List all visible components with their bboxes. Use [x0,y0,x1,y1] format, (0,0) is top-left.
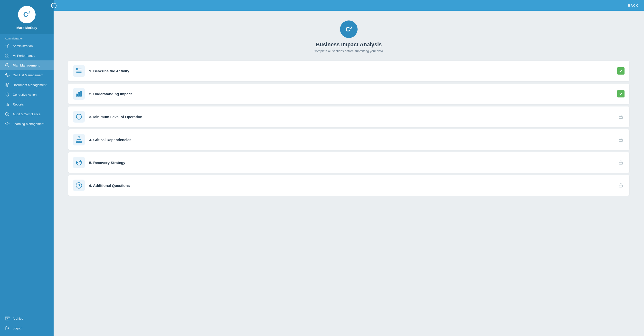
sidebar-item-archive[interactable]: Archive [0,314,54,323]
section-status-6 [617,182,624,189]
sidebar-username: Marc McStay [16,26,37,30]
svg-marker-6 [6,64,8,66]
sidebar-item-plan-management-label: Plan Management [13,64,40,67]
topbar: BACK [54,0,644,11]
svg-rect-33 [619,139,622,141]
svg-point-39 [76,182,82,188]
page-title: Business Impact Analysis [316,42,382,48]
content-area: C2 Business Impact Analysis Complete all… [54,11,644,336]
section-card-5[interactable]: 5. Recovery Strategy [68,152,630,173]
cap-icon [5,121,10,126]
section-label-6: 6. Additional Questions [89,184,613,188]
svg-rect-14 [76,68,78,70]
back-button[interactable]: BACK [628,4,638,7]
shield-icon [5,92,10,97]
sidebar-item-learning-management[interactable]: Learning Management [0,119,54,129]
sidebar-item-document-management-label: Document Management [13,83,46,87]
sidebar-item-document-management[interactable]: Document Management [0,80,54,90]
page-logo-text: C2 [346,26,352,32]
sidebar-item-plan-management[interactable]: Plan Management [0,60,54,70]
sidebar-item-mi-performance-label: MI Performance [13,54,35,58]
nav-section-label: Administration [0,34,54,41]
sidebar-item-learning-management-label: Learning Management [13,122,44,126]
section-label-2: 2. Understanding Impact [89,92,613,96]
svg-line-35 [79,162,80,163]
section-icon-impact [73,88,85,100]
page-subtitle: Complete all sections before submitting … [314,49,384,53]
sidebar-item-corrective-action[interactable]: Corrective Action [0,90,54,100]
svg-point-5 [6,64,9,67]
section-label-1: 1. Describe the Activity [89,69,613,73]
section-icon-minimum [73,111,85,122]
sidebar-item-call-list-label: Call List Management [13,73,43,77]
svg-point-36 [80,161,80,162]
section-card-3[interactable]: 3. Minimum Level of Operation [68,106,630,127]
section-icon-describe [73,65,85,77]
section-status-5 [617,159,624,166]
svg-marker-7 [6,83,9,85]
svg-rect-19 [76,94,78,96]
svg-rect-1 [6,54,7,55]
svg-rect-24 [78,137,80,138]
gear-icon [5,43,10,48]
sidebar-item-mi-performance[interactable]: MI Performance [0,51,54,60]
bar-chart-icon [5,102,10,107]
sidebar: ‹ C2 Marc McStay Administration Administ… [0,0,54,336]
section-card-4[interactable]: 4. Critical Dependencies [68,130,630,150]
svg-rect-23 [619,116,622,118]
page-header: C2 Business Impact Analysis Complete all… [68,20,630,53]
sidebar-item-call-list[interactable]: Call List Management [0,70,54,80]
section-card-1[interactable]: 1. Describe the Activity [68,61,630,81]
svg-line-37 [78,163,79,163]
page-logo: C2 [340,20,358,38]
svg-rect-21 [80,91,82,96]
section-status-4 [617,136,624,143]
section-label-3: 3. Minimum Level of Operation [89,115,613,119]
svg-rect-11 [5,317,10,318]
main-content: BACK C2 Business Impact Analysis Complet… [54,0,644,336]
section-status-3 [617,113,624,120]
section-label-4: 4. Critical Dependencies [89,138,613,142]
section-card-6[interactable]: 6. Additional Questions [68,175,630,196]
svg-rect-38 [619,162,622,164]
svg-rect-20 [78,92,80,96]
sidebar-item-audit-compliance-label: Audit & Compliance [13,112,40,116]
svg-rect-2 [8,54,9,55]
svg-rect-3 [6,56,7,57]
phone-icon [5,72,10,78]
svg-point-0 [7,45,8,46]
section-status-2 [617,90,624,98]
section-label-5: 5. Recovery Strategy [89,160,613,165]
collapse-button[interactable]: ‹ [51,3,56,8]
logout-icon [5,326,10,331]
sidebar-item-corrective-action-label: Corrective Action [13,93,36,96]
svg-rect-25 [76,141,78,142]
sidebar-item-reports[interactable]: Reports [0,100,54,109]
sidebar-header: C2 Marc McStay [0,0,54,34]
grid-icon [5,53,10,58]
section-icon-recovery [73,157,85,168]
compass-icon [5,63,10,68]
layers-icon [5,82,10,87]
sidebar-item-logout-label: Logout [13,326,22,330]
sidebar-logo-text: C2 [23,11,30,18]
section-icon-dependencies [73,134,85,146]
sidebar-logo: C2 [18,6,36,24]
sidebar-item-logout[interactable]: Logout [0,323,54,333]
section-card-2[interactable]: 2. Understanding Impact [68,84,630,104]
svg-rect-26 [78,141,80,142]
svg-rect-27 [80,141,82,142]
section-icon-additional [73,180,85,191]
svg-rect-41 [619,185,622,187]
sidebar-item-audit-compliance[interactable]: Audit & Compliance [0,109,54,119]
svg-rect-4 [8,56,9,57]
sidebar-footer: Archive Logout [0,314,54,336]
sidebar-item-reports-label: Reports [13,102,24,106]
section-status-1 [617,67,624,74]
sidebar-item-archive-label: Archive [13,317,23,320]
check-circle-icon [5,112,10,116]
sidebar-item-administration-label: Administration [13,44,33,48]
sidebar-item-administration[interactable]: Administration [0,41,54,51]
archive-icon [5,316,10,321]
